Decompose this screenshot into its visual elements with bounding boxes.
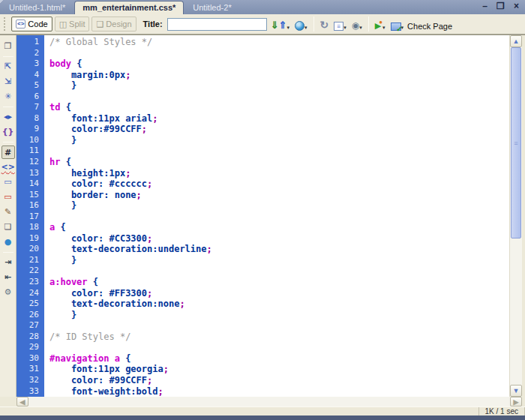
check-page-label: Check Page <box>407 22 452 31</box>
window-controls: – ❒ × <box>479 1 522 12</box>
validate-markup-button[interactable]: ▶ ● ▾ <box>374 16 387 32</box>
code-line: font:11px arial; <box>50 113 509 124</box>
file-management-icon: ⇓ <box>271 20 279 31</box>
view-options-button[interactable]: ≡ ▾ <box>332 16 348 32</box>
code-view-icon: <> <box>16 20 26 28</box>
split-view-label: Split <box>69 20 85 28</box>
code-line: margin:0px; <box>50 70 509 81</box>
file-management-button[interactable]: ⇓ ⇑ ▾ <box>269 16 291 32</box>
vertical-scroll-thumb[interactable] <box>511 47 521 238</box>
title-label: Title: <box>143 20 163 28</box>
horizontal-scroll-track[interactable] <box>28 397 510 406</box>
refresh-button[interactable]: ↻ <box>319 16 331 32</box>
indent-code-icon[interactable]: ⇥ <box>2 256 15 269</box>
code-line <box>50 92 509 103</box>
line-number: 13 <box>16 168 39 179</box>
collapse-full-tag-icon[interactable]: ⇱ <box>2 60 15 74</box>
line-number: 31 <box>16 364 39 375</box>
wrap-tag-icon[interactable]: ✎ <box>2 206 15 219</box>
view-options-icon: ≡ <box>334 22 344 31</box>
line-number: 16 <box>16 200 39 212</box>
vertical-scrollbar[interactable]: ▲ ▼ <box>509 35 522 397</box>
split-view-button[interactable]: ◫ Split <box>55 16 90 32</box>
horizontal-scrollbar[interactable]: ◀ ▶ <box>0 397 525 406</box>
code-line: body { <box>50 58 509 70</box>
check-page-button[interactable]: ▾ Check Page <box>389 16 454 32</box>
visual-aids-button[interactable]: ◉ ▾ <box>350 16 364 32</box>
line-number: 24 <box>16 288 39 299</box>
toolbar-grip[interactable] <box>4 17 7 31</box>
code-line: font-weight:bold; <box>50 386 509 398</box>
code-view-label: Code <box>28 20 47 28</box>
code-area[interactable]: /* Global Styles */body { margin:0px; }t… <box>44 35 509 397</box>
move-convert-css-icon[interactable]: ● <box>2 236 15 249</box>
code-line: } <box>50 310 509 321</box>
line-number: 2 <box>16 48 39 59</box>
file-management-up-icon: ⇑ <box>279 20 287 31</box>
window-bottom-edge <box>0 416 525 420</box>
code-line: color: #99CCFF; <box>50 375 509 386</box>
open-documents-icon[interactable]: ❐ <box>2 40 15 53</box>
tab-untitled-2[interactable]: Untitled-2* <box>185 2 238 14</box>
apply-comment-icon[interactable]: ▭ <box>2 176 15 189</box>
line-number: 4 <box>16 70 39 81</box>
balance-braces-icon[interactable]: {} <box>2 125 15 139</box>
line-number: 28 <box>16 332 39 343</box>
code-view-button[interactable]: <> Code <box>11 16 52 32</box>
scroll-down-arrow-icon[interactable]: ▼ <box>510 385 522 397</box>
code-line: height:1px; <box>50 168 509 179</box>
line-number: 14 <box>16 178 39 190</box>
refresh-icon: ↻ <box>320 19 329 31</box>
code-line: } <box>50 255 509 266</box>
expand-all-icon[interactable]: ✳ <box>2 90 15 104</box>
select-parent-tag-icon[interactable]: ◂▸ <box>2 110 15 124</box>
code-line: /* ID Styles */ <box>50 332 509 343</box>
hscroll-spacer <box>522 397 525 406</box>
line-number: 26 <box>16 310 39 321</box>
code-line: } <box>50 80 509 92</box>
status-bar: 1K / 1 sec <box>0 406 525 416</box>
preview-in-browser-button[interactable]: ▾ <box>293 16 309 32</box>
coding-toolbar-separator <box>3 106 14 107</box>
tab-mm-entertainment-css[interactable]: mm_entertainment.css* <box>74 1 184 14</box>
scroll-left-arrow-icon[interactable]: ◀ <box>16 397 28 406</box>
design-view-button[interactable]: ❑ Design <box>92 16 136 32</box>
code-line: a { <box>50 222 509 233</box>
outdent-code-icon[interactable]: ⇤ <box>2 271 15 284</box>
scroll-right-arrow-icon[interactable]: ▶ <box>510 397 522 406</box>
code-line: td { <box>50 102 509 113</box>
remove-comment-icon[interactable]: ▭ <box>2 190 15 204</box>
toolbar-separator <box>314 16 314 32</box>
recent-snippets-icon[interactable]: ❏ <box>2 220 15 234</box>
toolbar-separator <box>368 16 369 32</box>
scroll-up-arrow-icon[interactable]: ▲ <box>510 35 522 47</box>
minimize-button[interactable]: – <box>479 1 490 12</box>
line-number: 30 <box>16 353 39 364</box>
chevron-down-icon: ▾ <box>344 25 346 31</box>
code-line: color: #FF3300; <box>50 288 509 299</box>
tab-untitled-1[interactable]: Untitled-1.html* <box>2 2 73 14</box>
line-number: 25 <box>16 298 39 310</box>
highlight-invalid-code-icon[interactable]: <> <box>2 160 15 174</box>
code-line: color: #CC3300; <box>50 233 509 244</box>
hscroll-spacer <box>0 397 16 406</box>
line-number: 10 <box>16 135 39 146</box>
line-number: 8 <box>16 113 39 124</box>
coding-toolbar-separator <box>3 56 14 57</box>
line-number: 6 <box>16 92 39 103</box>
line-number: 1 <box>16 37 39 48</box>
line-numbers-icon[interactable]: # <box>2 146 15 159</box>
line-number-gutter: 1234567891011121314151617181920212223242… <box>16 35 44 397</box>
code-line: border: none; <box>50 190 509 201</box>
restore-button[interactable]: ❒ <box>495 1 506 12</box>
collapse-selection-icon[interactable]: ⇲ <box>2 75 15 88</box>
close-button[interactable]: × <box>511 1 522 12</box>
vertical-scroll-track[interactable] <box>510 47 522 385</box>
dreamweaver-document-window: Untitled-1.html* mm_entertainment.css* U… <box>0 0 525 420</box>
code-line: } <box>50 200 509 212</box>
line-number: 19 <box>16 233 39 244</box>
title-input[interactable] <box>167 18 267 31</box>
code-line: /* Global Styles */ <box>50 37 509 48</box>
line-number: 32 <box>16 375 39 386</box>
format-source-code-icon[interactable]: ⚙ <box>2 286 15 299</box>
